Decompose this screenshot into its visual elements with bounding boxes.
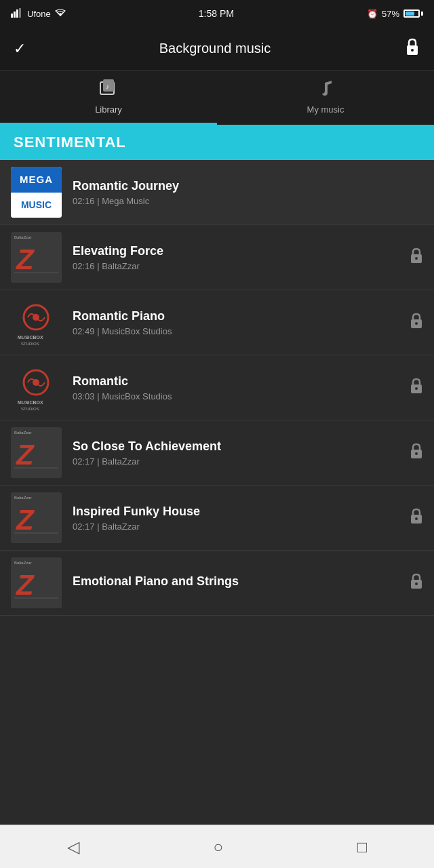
lock-icon	[410, 248, 423, 267]
section-title: SENTIMENTAL	[14, 134, 126, 151]
music-info: Emotional Piano and Strings	[73, 574, 401, 591]
carrier-label: Ufone	[27, 9, 51, 19]
battery-percent: 57%	[382, 9, 399, 19]
svg-text:STUDIOS: STUDIOS	[21, 342, 39, 346]
alarm-icon: ⏰	[367, 9, 378, 19]
lock-icon	[410, 313, 423, 332]
list-item[interactable]: BaltaZzar Z Emotional Piano and Strings	[0, 551, 434, 616]
list-item[interactable]: MEGA MUSIC Romantic Journey 02:16 | Mega…	[0, 160, 434, 225]
album-art: BaltaZzar Z	[11, 427, 62, 478]
page-title: Background music	[159, 41, 271, 56]
svg-text:Z: Z	[16, 243, 35, 275]
svg-rect-1	[14, 12, 16, 18]
svg-rect-0	[11, 14, 13, 18]
track-title: Romantic Piano	[73, 309, 401, 323]
album-art: BaltaZzar Z	[11, 232, 62, 283]
svg-text:BaltaZzar: BaltaZzar	[14, 235, 32, 239]
list-item[interactable]: MUSICBOX STUDIOS Romantic Piano 02:49 | …	[0, 290, 434, 355]
signal-icon	[11, 8, 23, 20]
track-meta: 03:03 | MusicBox Studios	[73, 391, 401, 401]
svg-text:MUSICBOX: MUSICBOX	[18, 335, 43, 340]
home-button[interactable]: ○	[197, 832, 239, 862]
svg-rect-2	[16, 9, 18, 18]
status-left: Ufone	[11, 8, 66, 20]
svg-text:Z: Z	[16, 504, 35, 536]
tab-mymusic-label: My music	[307, 104, 344, 115]
library-icon: ♪	[99, 79, 118, 102]
svg-rect-3	[19, 8, 21, 18]
music-list: MEGA MUSIC Romantic Journey 02:16 | Mega…	[0, 160, 434, 616]
battery-icon	[403, 9, 423, 18]
svg-point-21	[415, 322, 418, 325]
track-meta: 02:16 | BaltaZzar	[73, 261, 401, 271]
nav-bar: ◁ ○ □	[0, 825, 434, 868]
track-title: Inspired Funky House	[73, 505, 401, 519]
svg-point-19	[33, 314, 39, 321]
svg-text:BaltaZzar: BaltaZzar	[14, 431, 32, 435]
svg-point-14	[415, 257, 418, 260]
track-title: Romantic	[73, 374, 401, 389]
album-art: MUSICBOX STUDIOS	[11, 297, 62, 348]
music-info: Romantic Journey 02:16 | Mega Music	[73, 179, 423, 206]
confirm-button[interactable]: ✓	[14, 40, 26, 58]
svg-text:Z: Z	[16, 569, 35, 601]
section-header: SENTIMENTAL	[0, 125, 434, 160]
top-bar: ✓ Background music	[0, 27, 434, 71]
svg-point-5	[411, 49, 414, 52]
tab-mymusic[interactable]: My music	[217, 71, 434, 125]
album-art: MUSICBOX STUDIOS	[11, 362, 62, 413]
tabs: ♪ Library My music	[0, 71, 434, 125]
svg-point-34	[415, 452, 418, 455]
track-title: So Close To Achievement	[73, 439, 401, 454]
tab-library-label: Library	[95, 104, 122, 115]
track-title: Emotional Piano and Strings	[73, 574, 401, 589]
status-time: 1:58 PM	[199, 8, 234, 19]
status-right: ⏰ 57%	[367, 9, 423, 19]
track-meta: 02:16 | Mega Music	[73, 196, 423, 206]
svg-text:BaltaZzar: BaltaZzar	[14, 561, 32, 565]
music-info: Inspired Funky House 02:17 | BaltaZzar	[73, 505, 401, 532]
status-bar: Ufone 1:58 PM ⏰ 57%	[0, 0, 434, 27]
lock-icon	[410, 378, 423, 397]
lock-icon	[410, 573, 423, 593]
album-art: MEGA MUSIC	[11, 167, 62, 218]
tab-library[interactable]: ♪ Library	[0, 71, 217, 125]
list-item[interactable]: BaltaZzar Z Inspired Funky House 02:17 |…	[0, 486, 434, 551]
svg-point-40	[415, 517, 418, 520]
svg-text:♪: ♪	[106, 83, 109, 90]
svg-point-26	[33, 379, 39, 386]
track-title: Elevating Force	[73, 244, 401, 258]
track-meta: 02:49 | MusicBox Studios	[73, 326, 401, 336]
svg-text:Z: Z	[16, 439, 35, 471]
track-meta: 02:17 | BaltaZzar	[73, 521, 401, 532]
music-info: Elevating Force 02:16 | BaltaZzar	[73, 244, 401, 271]
content-wrapper: SENTIMENTAL MEGA MUSIC Romantic Journey …	[0, 125, 434, 659]
lock-button[interactable]	[404, 37, 420, 60]
svg-text:STUDIOS: STUDIOS	[21, 407, 39, 411]
album-art: BaltaZzar Z	[11, 492, 62, 543]
track-meta: 02:17 | BaltaZzar	[73, 456, 401, 467]
recents-button[interactable]: □	[341, 832, 384, 862]
svg-point-28	[415, 387, 418, 390]
svg-text:BaltaZzar: BaltaZzar	[14, 496, 32, 500]
lock-icon	[410, 443, 423, 462]
track-title: Romantic Journey	[73, 179, 423, 193]
lock-icon	[410, 508, 423, 528]
mymusic-icon	[318, 79, 333, 102]
music-info: Romantic 03:03 | MusicBox Studios	[73, 374, 401, 401]
music-info: Romantic Piano 02:49 | MusicBox Studios	[73, 309, 401, 336]
svg-point-46	[415, 583, 418, 585]
wifi-icon	[55, 9, 66, 19]
list-item[interactable]: BaltaZzar Z So Close To Achievement 02:1…	[0, 420, 434, 486]
music-info: So Close To Achievement 02:17 | BaltaZza…	[73, 439, 401, 467]
back-button[interactable]: ◁	[51, 832, 96, 862]
list-item[interactable]: BaltaZzar Z Elevating Force 02:16 | Balt…	[0, 225, 434, 290]
album-art: BaltaZzar Z	[11, 557, 62, 608]
svg-text:MUSICBOX: MUSICBOX	[18, 400, 43, 405]
list-item[interactable]: MUSICBOX STUDIOS Romantic 03:03 | MusicB…	[0, 355, 434, 420]
